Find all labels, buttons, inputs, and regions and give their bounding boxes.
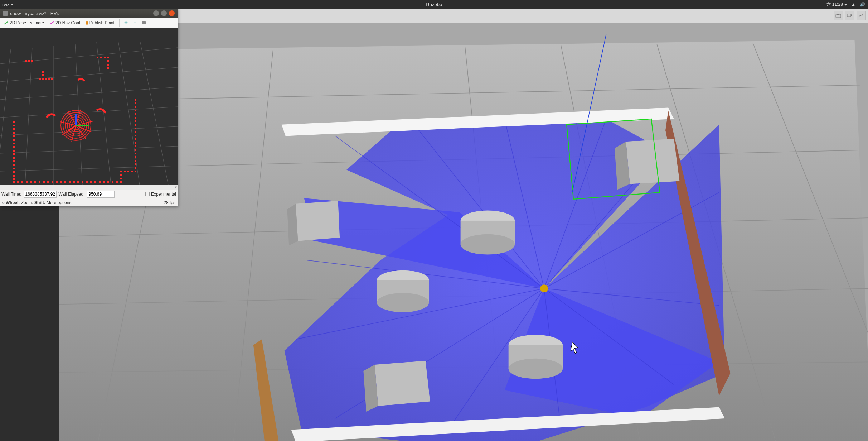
- minimize-button[interactable]: [153, 10, 159, 16]
- svg-marker-54: [375, 361, 430, 406]
- svg-rect-107: [90, 181, 92, 183]
- fps-label: 28 fps: [164, 200, 175, 205]
- svg-rect-140: [135, 102, 136, 104]
- svg-rect-105: [82, 181, 83, 183]
- svg-rect-120: [131, 171, 133, 172]
- clock[interactable]: 六 11:28 ●: [826, 1, 847, 8]
- rviz-3d-view[interactable]: [0, 28, 178, 185]
- svg-rect-156: [31, 60, 33, 62]
- svg-rect-73: [13, 125, 15, 126]
- close-button[interactable]: [169, 10, 175, 16]
- svg-rect-83: [13, 160, 15, 162]
- camera-icon[interactable]: [834, 11, 843, 20]
- svg-rect-112: [112, 181, 113, 183]
- svg-rect-109: [99, 181, 101, 183]
- minus-icon: ━: [134, 20, 136, 25]
- svg-rect-143: [107, 60, 109, 62]
- svg-rect-151: [45, 78, 47, 80]
- svg-rect-154: [25, 60, 27, 62]
- plot-icon[interactable]: [857, 11, 866, 20]
- rviz-status-bar: e Wheel: Zoom. Shift: More options. 28 f…: [0, 199, 178, 206]
- experimental-checkbox[interactable]: Experimental: [145, 192, 176, 197]
- rviz-app-icon: [3, 11, 8, 16]
- rviz-titlebar[interactable]: show_mycar.rviz* - RViz: [0, 9, 178, 18]
- svg-rect-102: [69, 181, 71, 183]
- svg-rect-98: [52, 181, 53, 183]
- svg-rect-99: [56, 181, 58, 183]
- svg-rect-129: [135, 142, 136, 144]
- wall-time-field[interactable]: [24, 191, 57, 198]
- svg-rect-148: [97, 57, 98, 58]
- svg-rect-86: [13, 171, 15, 173]
- svg-rect-111: [107, 181, 109, 183]
- svg-rect-80: [13, 150, 15, 152]
- svg-rect-131: [135, 135, 136, 136]
- wall-elapsed-field[interactable]: [87, 191, 115, 198]
- nav-goal-button[interactable]: 2D Nav Goal: [48, 19, 82, 27]
- svg-marker-41: [626, 139, 680, 184]
- rviz-toolbar: 2D Pose Estimate 2D Nav Goal Publish Poi…: [0, 18, 178, 28]
- svg-rect-144: [107, 64, 109, 66]
- svg-rect-93: [30, 181, 32, 183]
- svg-rect-124: [135, 160, 136, 162]
- svg-rect-138: [135, 110, 136, 111]
- add-button[interactable]: ✚: [122, 19, 130, 27]
- svg-rect-104: [77, 181, 79, 183]
- close-panel-icon[interactable]: ×: [175, 185, 177, 189]
- svg-rect-116: [120, 174, 122, 176]
- svg-rect-91: [21, 181, 23, 183]
- svg-rect-87: [13, 175, 15, 177]
- separator: [119, 19, 120, 27]
- publish-point-icon: [86, 21, 88, 25]
- svg-rect-89: [13, 181, 15, 183]
- svg-rect-6: [836, 14, 841, 18]
- svg-rect-132: [135, 131, 136, 133]
- rviz-time-panel: Wall Time: Wall Elapsed: Experimental: [0, 190, 178, 199]
- pose-estimate-button[interactable]: 2D Pose Estimate: [2, 19, 46, 27]
- svg-marker-43: [296, 201, 340, 241]
- svg-point-53: [509, 359, 563, 379]
- svg-rect-103: [73, 181, 75, 183]
- svg-rect-152: [48, 78, 50, 80]
- svg-rect-78: [13, 143, 15, 144]
- background-panel: [0, 206, 59, 441]
- svg-rect-81: [13, 153, 15, 155]
- sound-icon[interactable]: 🔊: [860, 2, 865, 7]
- rviz-window: show_mycar.rviz* - RViz 2D Pose Estimate…: [0, 9, 178, 206]
- svg-rect-108: [94, 181, 96, 183]
- svg-rect-76: [13, 135, 15, 137]
- app-menu[interactable]: rviz: [2, 2, 9, 7]
- svg-rect-119: [127, 171, 129, 172]
- svg-rect-118: [124, 171, 126, 172]
- svg-rect-122: [135, 167, 136, 169]
- svg-rect-72: [13, 121, 15, 123]
- camera-button[interactable]: [140, 20, 148, 25]
- network-icon[interactable]: ▲: [851, 2, 855, 7]
- rviz-panel-divider[interactable]: ×: [0, 185, 178, 190]
- svg-rect-79: [13, 146, 15, 148]
- svg-rect-142: [107, 57, 109, 58]
- svg-rect-88: [13, 178, 15, 180]
- pose-estimate-label: 2D Pose Estimate: [10, 20, 44, 25]
- svg-rect-121: [135, 171, 136, 172]
- svg-rect-85: [13, 168, 15, 169]
- maximize-button[interactable]: [161, 10, 167, 16]
- record-icon[interactable]: [845, 11, 854, 20]
- ubuntu-top-panel: rviz Gazebo 六 11:28 ● ▲ 🔊: [0, 0, 868, 9]
- svg-rect-149: [39, 78, 41, 80]
- remove-button[interactable]: ━: [132, 19, 138, 27]
- pose-estimate-icon: [4, 21, 8, 24]
- svg-rect-134: [135, 124, 136, 126]
- svg-rect-113: [116, 181, 118, 183]
- publish-point-button[interactable]: Publish Point: [84, 19, 116, 27]
- svg-point-50: [377, 293, 429, 312]
- svg-rect-136: [135, 117, 136, 119]
- svg-rect-147: [100, 57, 102, 58]
- chevron-down-icon[interactable]: [11, 4, 14, 5]
- svg-rect-126: [135, 153, 136, 154]
- svg-rect-8: [847, 14, 851, 17]
- wall-elapsed-label: Wall Elapsed:: [59, 192, 85, 197]
- wall-time-label: Wall Time:: [1, 192, 21, 197]
- plus-icon: ✚: [124, 20, 128, 25]
- svg-rect-114: [120, 181, 122, 183]
